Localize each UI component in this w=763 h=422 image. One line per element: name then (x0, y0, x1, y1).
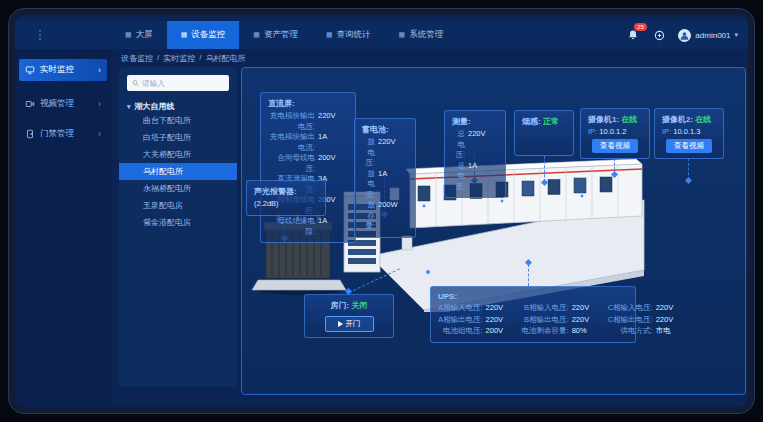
nav-tabs: ▦ 大屏 ▦ 设备监控 ▦ 资产管理 ▦ 查询统计 ▦ 系统管理 (111, 21, 457, 49)
tree-item[interactable]: 玉泉配电房 (119, 197, 237, 214)
metric-label: 供电方式: (608, 326, 653, 337)
sidebar-item-label: 视频管理 (40, 98, 93, 110)
smoke-sensor-panel: 烟感: 正常 (514, 110, 574, 156)
notification-bell-icon[interactable]: 25 (626, 28, 640, 42)
nav-tab-query-stats[interactable]: ▦ 查询统计 (312, 21, 385, 49)
monitor-icon (25, 65, 35, 75)
top-navbar: ▦ 大屏 ▦ 设备监控 ▦ 资产管理 ▦ 查询统计 ▦ 系统管理 (15, 21, 748, 49)
panel-title: 摄像机2: 在线 (662, 114, 716, 125)
chevron-down-icon: ▾ (734, 31, 738, 39)
search-input[interactable] (142, 79, 224, 88)
fullscreen-icon[interactable] (652, 28, 666, 42)
send-icon (338, 321, 343, 327)
view-video-button[interactable]: 查看视频 (592, 139, 638, 153)
smoke-status: 正常 (543, 117, 559, 126)
metric-label: 充电模块输出电压: (268, 111, 315, 132)
metric-value: 220V (318, 111, 348, 132)
tree-item[interactable]: 紫金港配电房 (119, 214, 237, 231)
metric-label: 放电压: (362, 137, 375, 169)
metric-label: A相输出电压: (438, 315, 483, 326)
metric-value: 200W (378, 200, 408, 232)
metric-label: 母线绝缘电阻: (268, 216, 315, 237)
nav-tab-label: 大屏 (136, 29, 153, 41)
metric-value: 1A (378, 169, 408, 201)
panel-title: 直流屏: (268, 98, 348, 109)
nav-tab-label: 设备监控 (191, 29, 225, 41)
tree-item-selected[interactable]: 乌村配电所 (119, 163, 237, 180)
door-panel: 房门: 关闭 开门 (304, 294, 394, 338)
breadcrumb-part[interactable]: 设备监控 (121, 53, 153, 64)
nav-tab-dashboard[interactable]: ▦ 大屏 (111, 21, 167, 49)
tree-item[interactable]: 永福桥配电所 (119, 180, 237, 197)
tree-item[interactable]: 白塔子配电所 (119, 129, 237, 146)
breadcrumb-part[interactable]: 实时监控 (163, 53, 195, 64)
room-monitor-canvas: 直流屏: 充电模块输出电压:220V 充电模块输出电流:1A 合闸母线电压:20… (241, 67, 746, 395)
sidebar-item-access-control[interactable]: 门禁管理 › (19, 123, 107, 145)
view-video-button[interactable]: 查看视频 (666, 139, 712, 153)
metric-value: 200V (486, 326, 512, 337)
metric-value: 80% (572, 326, 598, 337)
metric-value: 220V (656, 315, 682, 326)
connector-node (684, 177, 691, 184)
metric-value: 1A (468, 161, 498, 193)
metric-value: 220V (486, 315, 512, 326)
monitor-icon: ▦ (181, 31, 188, 39)
open-door-button[interactable]: 开门 (325, 316, 374, 332)
sidebar-item-label: 门禁管理 (40, 128, 93, 140)
panel-title: 摄像机1: 在线 (588, 114, 642, 125)
sidebar: 实时监控 › 视频管理 › 门禁管理 › (15, 49, 111, 407)
panel-title: 烟感: 正常 (522, 116, 566, 127)
metric-label: 总电压: (452, 129, 465, 161)
camera1-status: 在线 (621, 115, 637, 124)
gear-icon: ▦ (399, 31, 406, 39)
alarm-value: (2.2dB) (254, 199, 279, 210)
metric-label: 电池组电压: (438, 326, 483, 337)
metric-label: 合闸母线电压: (268, 153, 315, 174)
nav-tab-system-mgmt[interactable]: ▦ 系统管理 (385, 21, 458, 49)
notification-badge: 25 (634, 23, 647, 31)
metric-label: B相输出电压: (522, 315, 569, 326)
measure-panel: 测量: 总电压:220V 总电流:1A (444, 110, 506, 198)
nav-tab-label: 查询统计 (337, 29, 371, 41)
tree-root-node[interactable]: ▾ 湖大自用线 (127, 101, 229, 112)
door-icon (25, 129, 35, 139)
metric-value: 220V (656, 303, 682, 314)
chevron-right-icon: › (98, 129, 101, 139)
tree-search[interactable] (127, 75, 229, 91)
sidebar-item-realtime-monitor[interactable]: 实时监控 › (19, 59, 107, 81)
breadcrumb-separator: / (199, 53, 201, 64)
user-menu[interactable]: admin001 ▾ (678, 29, 738, 42)
sidebar-item-video-mgmt[interactable]: 视频管理 › (19, 93, 107, 115)
stats-icon: ▦ (326, 31, 333, 39)
metric-value: 1A (318, 132, 348, 153)
metric-value: 1A (318, 216, 348, 237)
nav-tab-asset-mgmt[interactable]: ▦ 资产管理 (239, 21, 312, 49)
breadcrumb: 设备监控 / 实时监控 / 乌村配电所 (121, 53, 245, 64)
battery-panel: 蓄电池: 放电压:220V 放电流:1A 放存量:200W (354, 118, 416, 238)
nav-tab-label: 系统管理 (409, 29, 443, 41)
tree-root-label: 湖大自用线 (135, 101, 175, 112)
breadcrumb-separator: / (157, 53, 159, 64)
metric-value: 市电 (656, 326, 682, 337)
tree-item[interactable]: 大关桥配电所 (119, 146, 237, 163)
app-body: ▦ 大屏 ▦ 设备监控 ▦ 资产管理 ▦ 查询统计 ▦ 系统管理 (15, 15, 748, 407)
nav-tab-device-monitor[interactable]: ▦ 设备监控 (167, 21, 240, 49)
tree-item[interactable]: 曲台下配电所 (119, 112, 237, 129)
metric-label: 放电流: (362, 169, 375, 201)
screen-icon: ▦ (125, 31, 132, 39)
video-camera-icon (25, 99, 35, 109)
navbar-right: 25 admin001 ▾ (626, 21, 738, 49)
metric-label: B相输入电压: (522, 303, 569, 314)
metric-label: 放存量: (362, 200, 375, 232)
nav-tab-label: 资产管理 (264, 29, 298, 41)
sound-alarm-panel: 声光报警器: (2.2dB) (246, 180, 326, 216)
panel-title: 蓄电池: (362, 124, 408, 135)
metric-label: 充电模块输出电流: (268, 132, 315, 153)
metric-value: 200V (318, 153, 348, 174)
tree-caret-icon: ▾ (127, 103, 131, 111)
panel-title: 测量: (452, 116, 498, 127)
sidebar-item-label: 实时监控 (40, 64, 93, 76)
metric-value: 220V (572, 315, 598, 326)
avatar (678, 29, 691, 42)
connector-line (528, 264, 529, 286)
